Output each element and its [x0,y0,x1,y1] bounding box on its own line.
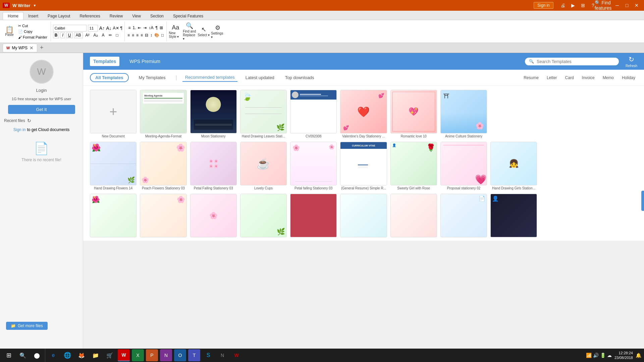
line-spacing[interactable]: ↕ [150,32,153,38]
template-meeting-agenda[interactable]: Meeting Agenda Meeting-Agenda-Format [140,90,186,139]
select-button[interactable]: ↖ Select ▾ [197,22,210,41]
template-petal-falling-03[interactable]: 🌸 🌸 🌸 🌸 Petal Falling Stationery 03 [190,142,237,191]
template-peach-flowers[interactable]: 🌸 🌸 Peach Flowers Stationery 03 [140,142,186,191]
italic-button[interactable]: I [60,32,65,38]
all-templates-button[interactable]: All Templates [90,73,129,82]
taskbar-search[interactable]: 🔍 [17,349,29,361]
cloud-icon[interactable]: ☁ [607,353,612,358]
subscript-button[interactable]: A₂ [92,33,99,38]
taskbar-excel[interactable]: X [132,349,144,361]
maximize-button[interactable]: □ [622,2,632,9]
template-row3-2[interactable]: 🌸 [140,194,186,239]
align-left[interactable]: ≡ [127,32,130,38]
start-button[interactable]: ⊞ [3,349,15,361]
wifi-icon[interactable]: 📶 [586,353,592,358]
template-moon-stationery[interactable]: Moon Stationery [190,90,237,139]
template-new-document[interactable]: + New Document [90,90,137,139]
dropdown-icon[interactable]: ▼ [33,4,37,7]
strikethrough-button[interactable]: AB [74,32,83,38]
template-hand-drawing-flowers14[interactable]: 🌺 🌿 Hand Drawing Flowers 14 [90,142,137,191]
taskbar-note[interactable]: N [216,349,228,361]
col-layout-button[interactable]: ⊞ [159,25,164,31]
increase-indent-button[interactable]: ⇥ [143,25,147,31]
taskbar-firefox[interactable]: 🦊 [75,349,88,361]
align-right[interactable]: ≡ [136,32,139,38]
cat-invoice[interactable]: Invoice [580,75,597,81]
template-row3-1[interactable]: 🌺 [90,194,137,239]
taskbar-store[interactable]: 🛒 [104,349,116,361]
avatar[interactable]: W [30,60,54,84]
template-row3-8[interactable]: 📄 [440,194,487,239]
taskbar-outlook[interactable]: O [174,349,186,361]
font-color-button[interactable]: A [101,33,106,38]
tab-home[interactable]: Home [3,12,23,20]
tab-references[interactable]: References [75,12,105,20]
cat-letter[interactable]: Letter [545,75,559,81]
add-tab-button[interactable]: + [39,44,45,51]
align-center[interactable]: ≡ [131,32,135,38]
tab-review[interactable]: Review [105,12,127,20]
decrease-font[interactable]: A↓ [106,25,111,31]
minimize-button[interactable]: ─ [612,2,622,9]
sort-button[interactable]: ↕A [148,25,154,31]
sidebar-sign-in-link[interactable]: Sign in [13,127,26,132]
get-more-files-button[interactable]: 📁 Get more files [6,322,48,330]
template-row3-3[interactable]: 🌸 [190,194,237,239]
titlebar-icon-1[interactable]: 🖨 [558,2,568,9]
numbered-list-button[interactable]: 1. [132,25,137,31]
refresh-recent-icon[interactable]: ↻ [27,118,31,123]
login-label[interactable]: Login [36,88,47,93]
taskbar-teams[interactable]: T [188,349,200,361]
decrease-indent-button[interactable]: ⇤ [137,25,142,31]
font-size-input[interactable] [88,25,98,32]
app-icon[interactable]: W [3,3,10,8]
cat-holiday[interactable]: Holiday [620,75,637,81]
taskbar-onenote[interactable]: N [160,349,172,361]
template-sweety-girl[interactable]: 🌹 👤 Sweety Girl with Rose [390,142,437,191]
tab-special-features[interactable]: Special Features [168,12,208,20]
taskbar-writer[interactable]: W [118,349,130,361]
my-templates-button[interactable]: My Templates [134,74,170,81]
taskbar-explorer[interactable]: 📁 [90,349,102,361]
template-hand-drawing-leaves[interactable]: 🍃 🌿 Hand Drawing Leaves Stati... [240,90,287,139]
cut-button[interactable]: ✂ Cut [17,23,49,28]
tab-templates[interactable]: Templates [90,57,119,66]
cat-resume[interactable]: Resume [522,75,541,81]
notification-icon[interactable]: 🔔 [636,353,641,358]
text-direction[interactable]: ⊟ [144,32,149,38]
cat-memo[interactable]: Memo [601,75,616,81]
highlight-button[interactable]: ✏ [107,33,113,38]
template-petal-falling-stationery[interactable]: 🌸 🌸 Petal falling Stationery 03 [290,142,337,191]
tab-insert[interactable]: Insert [23,12,43,20]
template-cv092008[interactable]: CV092008 [290,90,337,139]
taskbar-ppt[interactable]: P [146,349,158,361]
battery-icon[interactable]: 🔋 [600,353,606,358]
border-button[interactable]: □ [115,33,120,38]
side-accent-bar[interactable] [641,191,644,211]
justify[interactable]: ≡ [140,32,144,38]
taskbar-cortana[interactable]: ⬤ [31,349,43,361]
bold-button[interactable]: B [53,32,59,38]
find-replace-button[interactable]: 🔍 Find and Replace ▾ [183,22,196,41]
format-painter-button[interactable]: 🖌 Format Painter [17,35,49,40]
template-row3-5[interactable] [290,194,337,239]
taskbar-wps-w[interactable]: W [230,349,243,361]
clear-format[interactable]: A✕ [113,26,119,31]
taskbar-edge[interactable]: 🌐 [61,349,73,361]
show-hide-button[interactable]: ¶ [155,25,158,31]
close-button[interactable]: ✕ [632,2,641,9]
search-input[interactable] [537,59,610,64]
template-row3-4[interactable]: 🌿 [240,194,287,239]
find-features[interactable]: 🔍 Find features [598,2,608,9]
template-row3-9[interactable]: 👤 [490,194,537,239]
sign-in-button[interactable]: Sign in [534,2,553,9]
tab-view[interactable]: View [127,12,146,20]
template-hand-drawing-girls[interactable]: 👧 Hand Drawing Girls Station... [490,142,537,191]
template-romantic-love[interactable]: 💖 Romantic love 10 [390,90,437,139]
close-tab-button[interactable]: ✕ [30,45,34,51]
increase-font[interactable]: A↑ [99,25,105,31]
get-it-button[interactable]: Get It [8,105,75,114]
underline-button[interactable]: U [66,32,73,38]
template-row3-6[interactable] [340,194,387,239]
superscript-button[interactable]: A² [84,33,91,38]
